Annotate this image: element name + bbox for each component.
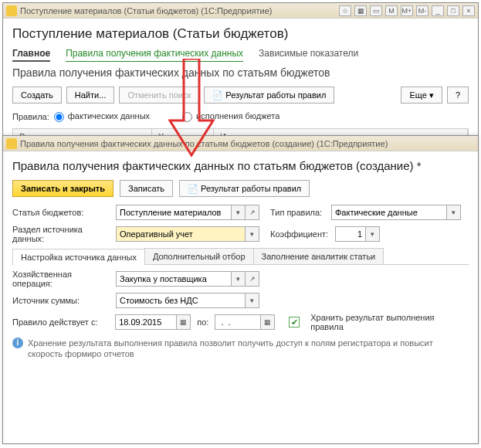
top-tabs: Главное Правила получения фактических да… [12,48,469,62]
coef-field[interactable]: ▾ [335,226,380,242]
coef-input[interactable] [335,226,366,242]
tab-main[interactable]: Главное [12,48,50,62]
section-subtitle: Правила получения фактических данных по … [12,66,469,79]
dropdown-icon[interactable]: ▾ [366,226,380,242]
window-title: Правила получения фактических данных по … [20,139,475,148]
cancel-search-button[interactable]: Отменить поиск [119,87,199,104]
datefrom-field[interactable]: ▦ [115,314,191,330]
dateto-input[interactable] [215,314,261,330]
article-field[interactable]: ▾ ↗ [116,205,259,220]
dropdown-icon[interactable]: ▾ [246,293,259,308]
results-button[interactable]: 📄 Результат работы правил [179,180,310,197]
radio-budget-label: исполнения бюджета [196,111,279,120]
tab-analytics[interactable]: Заполнение аналитик статьи [253,248,384,264]
titlebar: Правила получения фактических данных по … [3,136,478,151]
operation-input[interactable] [116,271,232,287]
radio-budget[interactable]: исполнения бюджета [182,111,279,122]
more-button[interactable]: Еще ▾ [401,87,442,104]
label-to: по: [197,317,208,327]
form-title: Правила получения фактических данных по … [12,159,469,172]
create-button[interactable]: Создать [12,87,62,104]
label-ruletype: Тип правила: [270,208,328,217]
info-hint: i Хранение результата выполнения правила… [12,338,469,360]
help-button[interactable]: ? [447,87,469,104]
more-label: Еще [409,90,426,100]
titlebar-btn[interactable]: M- [416,5,428,16]
open-icon[interactable]: ↗ [246,271,259,287]
app-icon [6,138,17,149]
section-input[interactable] [116,226,246,242]
dropdown-icon[interactable]: ▾ [246,226,259,242]
toolbar: Создать Найти... Отменить поиск 📄 Резуль… [12,87,469,104]
results-button[interactable]: 📄 Результат работы правил [204,87,334,104]
results-label: Результат работы правил [201,184,301,193]
form-toolbar: Записать и закрыть Записать 📄 Результат … [12,180,469,197]
find-button[interactable]: Найти... [66,87,115,104]
radio-actual-label: фактических данных [68,111,150,120]
dropdown-icon[interactable]: ▾ [232,205,246,220]
window-title: Поступление материалов (Статьи бюджетов)… [20,6,339,15]
app-icon [6,5,17,16]
store-checkbox[interactable]: ✔ [289,317,300,328]
titlebar-btn[interactable]: ☆ [339,5,351,16]
save-close-button[interactable]: Записать и закрыть [12,180,113,197]
minimize-button[interactable]: _ [432,5,444,16]
radio-actual[interactable]: фактических данных [54,111,150,122]
label-article: Статья бюджетов: [12,208,113,217]
radio-budget-input[interactable] [182,112,192,122]
tab-dependent[interactable]: Зависимые показатели [259,48,358,62]
inner-tabs: Настройка источника данных Дополнительны… [12,248,469,265]
maximize-button[interactable]: □ [447,5,459,16]
label-operation: Хозяйственная операция: [12,270,113,288]
titlebar-btn[interactable]: M [385,5,398,16]
tab-rules[interactable]: Правила получения фактических данных [66,48,243,62]
rules-radio-row: Правила: фактических данных исполнения б… [12,111,469,122]
dropdown-icon[interactable]: ▾ [232,271,246,287]
titlebar: Поступление материалов (Статьи бюджетов)… [3,3,478,19]
results-label: Результат работы правил [225,90,326,100]
open-icon[interactable]: ↗ [246,205,259,220]
calendar-icon[interactable]: ▦ [177,314,191,330]
save-button[interactable]: Записать [120,180,173,197]
section-field[interactable]: ▾ [116,226,259,242]
titlebar-btn[interactable]: ▦ [354,5,367,16]
label-section: Раздел источника данных: [12,225,113,243]
sumsrc-input[interactable] [116,293,246,308]
ruletype-input[interactable] [331,205,447,220]
tab-extra-filter[interactable]: Дополнительный отбор [144,248,254,264]
datefrom-input[interactable] [115,314,177,330]
page-title: Поступление материалов (Статьи бюджетов) [12,26,469,42]
dropdown-icon[interactable]: ▾ [447,205,461,220]
ruletype-field[interactable]: ▾ [331,205,461,220]
radio-actual-input[interactable] [54,112,64,122]
info-text: Хранение результата выполнения правила п… [28,338,469,360]
label-coef: Коэффициент: [270,229,332,239]
label-validfrom: Правило действует с: [12,317,112,327]
sumsrc-field[interactable]: ▾ [116,293,259,308]
label-store: Хранить результат выполнения правила [310,313,469,331]
info-icon: i [12,338,23,348]
tab-source-settings[interactable]: Настройка источника данных [12,249,145,265]
rules-label: Правила: [12,112,49,121]
article-input[interactable] [116,205,232,220]
close-button[interactable]: × [462,5,475,16]
titlebar-btn[interactable]: M+ [401,5,413,16]
calendar-icon[interactable]: ▦ [261,314,275,330]
dateto-field[interactable]: ▦ [215,314,275,330]
child-window: Правила получения фактических данных по … [2,135,479,444]
label-sumsrc: Источник суммы: [12,296,113,305]
operation-field[interactable]: ▾ ↗ [116,271,259,287]
titlebar-btn[interactable]: ▭ [370,5,382,16]
